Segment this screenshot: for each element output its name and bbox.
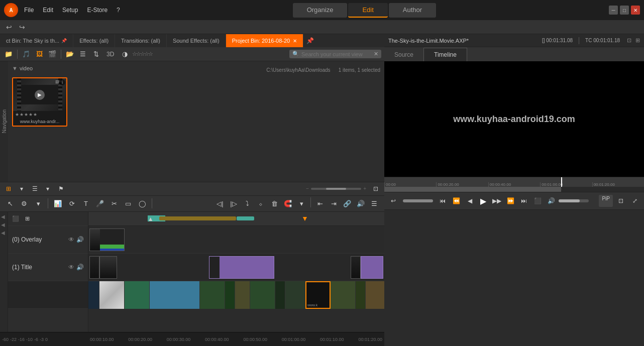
side-icon-2[interactable]: ◀ (1, 222, 7, 228)
window-minimize[interactable]: ─ (609, 6, 618, 15)
et-chart-icon[interactable]: 📊 (52, 197, 64, 209)
transport-settings-icon[interactable]: ⊡ (615, 195, 627, 207)
et-trim-right-icon[interactable]: |▷ (228, 197, 240, 209)
et-circle-icon[interactable]: ◯ (136, 197, 148, 209)
et-chain-icon[interactable]: 🔗 (341, 197, 353, 209)
et-box-icon[interactable]: ▭ (122, 197, 134, 209)
transport-play-icon[interactable]: ▶ (477, 195, 489, 207)
video-clip-11[interactable] (356, 281, 366, 309)
window-close[interactable]: ✕ (631, 6, 640, 15)
tb-image-icon[interactable]: 🖼 (34, 49, 45, 60)
transport-rewind-icon[interactable]: ◀ (464, 195, 476, 207)
tl-flag-icon[interactable]: ⚑ (55, 183, 66, 194)
transport-volume-icon[interactable]: 🔊 (545, 195, 557, 207)
track-row-title[interactable] (88, 254, 384, 281)
redo-button[interactable]: ↪ (17, 22, 27, 32)
video-clip-6[interactable] (235, 281, 250, 309)
side-icon-3[interactable]: ◀ (1, 230, 7, 236)
et-dropdown-icon[interactable]: ▾ (32, 197, 44, 209)
menu-edit[interactable]: Edit (39, 5, 57, 16)
preview-progress-bar[interactable] (384, 187, 644, 192)
window-maximize[interactable]: □ (620, 6, 629, 15)
track-overlay-audio-icon[interactable]: 🔊 (76, 236, 84, 243)
et-mic-icon[interactable]: 🎤 (94, 197, 106, 209)
transport-fullscreen-icon[interactable]: ⤢ (629, 195, 641, 207)
track-title-eye-icon[interactable]: 👁 (68, 264, 74, 271)
et-volume2-icon[interactable]: 🔊 (355, 197, 367, 209)
et-arrows2-icon[interactable]: ⇥ (328, 197, 340, 209)
pin-right-icon[interactable]: 📌 (303, 37, 317, 44)
tl-fit-icon[interactable]: ⊡ (370, 183, 381, 194)
track-overlay-eye-icon[interactable]: 👁 (68, 236, 74, 243)
et-scissors-icon[interactable]: ✂ (108, 197, 120, 209)
list-item[interactable]: ▶ i ⊞ ★ ★ ★ (12, 77, 67, 127)
clip-title-purple[interactable] (209, 256, 274, 279)
search-clear-icon[interactable]: ✕ (374, 51, 378, 57)
tl-dropdown-icon[interactable]: ▾ (16, 183, 27, 194)
preview-grid-icon[interactable]: ⊞ (635, 37, 640, 44)
info-icon[interactable]: i (59, 79, 65, 85)
tab-asset-bin[interactable]: ct Bin: The Sky is th... 📌 (0, 34, 73, 47)
track-row-main-video[interactable]: www.k (88, 281, 384, 309)
video-clip-highlight[interactable]: www.k (305, 281, 331, 309)
menu-estore[interactable]: E-Store (83, 5, 112, 16)
transport-rewind-fast-icon[interactable]: ⏪ (450, 195, 462, 207)
tb-film-icon[interactable]: 🎬 (47, 49, 58, 60)
tb-shadow-icon[interactable]: ◑ (119, 49, 130, 60)
video-clip-10[interactable] (331, 281, 356, 309)
transport-forward-fast-icon[interactable]: ⏩ (504, 195, 516, 207)
et-insert-icon[interactable]: ⬦ (255, 197, 267, 209)
tb-sort-icon[interactable]: ⇅ (90, 49, 101, 60)
tb-list-icon[interactable]: ☰ (77, 49, 88, 60)
tl-grid-icon[interactable]: ⊞ (3, 183, 14, 194)
menu-file[interactable]: File (20, 5, 38, 16)
et-select-icon[interactable]: ↖ (4, 197, 16, 209)
video-clip-7[interactable] (250, 281, 275, 309)
pip-button[interactable]: PiP (599, 195, 613, 207)
preview-expand-icon[interactable]: ⊡ (627, 37, 631, 44)
zoom-slider[interactable] (311, 188, 361, 190)
section-arrow-icon[interactable]: ▼ (12, 65, 18, 71)
clip-overlay-1[interactable] (89, 228, 125, 251)
et-settings-icon[interactable]: ⚙ (18, 197, 30, 209)
video-clip-3[interactable] (150, 281, 200, 309)
tab-organize[interactable]: Organize (293, 3, 348, 18)
tab-effects[interactable]: Effects: (all) (73, 34, 115, 47)
menu-setup[interactable]: Setup (58, 5, 82, 16)
undo-button[interactable]: ↩ (4, 22, 14, 32)
et-text-icon[interactable]: T (80, 197, 92, 209)
video-clip-5[interactable] (225, 281, 235, 309)
tab-edit[interactable]: Edit (348, 3, 387, 18)
et-snap-icon[interactable]: 🧲 (282, 197, 294, 209)
menu-help[interactable]: ? (113, 5, 124, 16)
tab-transitions[interactable]: Transitions: (all) (115, 34, 167, 47)
et-ripple-icon[interactable]: ⟳ (66, 197, 78, 209)
video-clip-4[interactable] (200, 281, 225, 309)
clip-title-1[interactable] (89, 256, 117, 279)
transport-stop-icon[interactable]: ⬛ (531, 195, 544, 207)
tl-list-icon[interactable]: ☰ (29, 183, 40, 194)
tb-audio-icon[interactable]: 🎵 (21, 49, 32, 60)
video-clip-9[interactable] (285, 281, 305, 309)
et-trim-left-icon[interactable]: ◁| (214, 197, 226, 209)
et-ripple2-icon[interactable]: ⤵ (241, 197, 253, 209)
loop-bar[interactable] (403, 199, 433, 202)
track-title-audio-icon[interactable]: 🔊 (76, 264, 84, 271)
et-menu-icon[interactable]: ☰ (368, 197, 380, 209)
et-arrows-icon[interactable]: ⇤ (314, 197, 326, 209)
side-icon-1[interactable]: ◀ (1, 214, 7, 220)
clip-title-right[interactable] (351, 256, 383, 279)
transport-next-frame-icon[interactable]: ⏭ (518, 195, 530, 207)
tb-folder-icon[interactable]: 📁 (3, 49, 14, 60)
video-clip-1[interactable] (99, 281, 125, 309)
tab-source[interactable]: Source (384, 48, 423, 61)
transport-forward-icon[interactable]: ▶▶ (491, 195, 503, 207)
tab-author[interactable]: Author (389, 3, 436, 18)
marker-add-icon[interactable]: ⊞ (21, 212, 33, 224)
tb-folder-open-icon[interactable]: 📂 (64, 49, 75, 60)
video-clip-2[interactable] (125, 281, 150, 309)
tl-dropdown2-icon[interactable]: ▾ (42, 183, 53, 194)
transport-prev-frame-icon[interactable]: ⏮ (437, 195, 449, 207)
tab-sound-effects[interactable]: Sound Effects: (all) (167, 34, 226, 47)
video-clip-12[interactable] (366, 281, 384, 309)
